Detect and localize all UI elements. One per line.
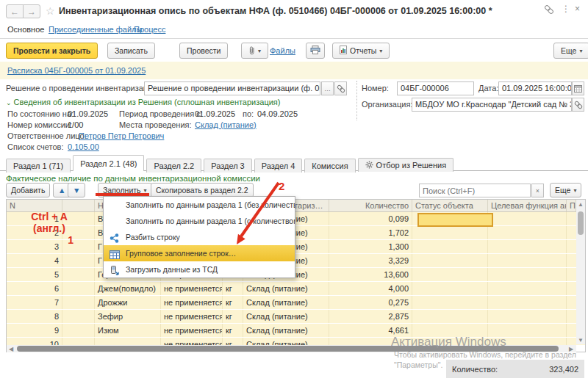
move-down-button[interactable]: ▼ bbox=[68, 183, 85, 197]
menu-item-fill-without-qty[interactable]: Заполнить по данным раздела 1 (без колич… bbox=[104, 197, 295, 213]
table-body: 1Вне применяетсякгСклад (питание)0,099 2… bbox=[7, 212, 585, 345]
accounts-link[interactable]: 0.105.00 bbox=[68, 142, 99, 151]
table-fill-icon bbox=[110, 248, 120, 258]
tab-section-4[interactable]: Раздел 4 bbox=[254, 159, 303, 173]
command-bar: Провести и закрыть Записать Провести ▾ Ф… bbox=[0, 40, 588, 62]
col-header-p: П bbox=[567, 200, 576, 211]
receipt-strip: Расписка 04БГ-000005 от 01.09.2025 bbox=[0, 62, 588, 79]
search-input[interactable] bbox=[419, 184, 531, 197]
decision-label: Решение о проведении инвентаризации: bbox=[6, 84, 159, 92]
menu-item-fill-with-qty[interactable]: Заполнить по данным раздела 1 (с количес… bbox=[104, 213, 295, 229]
forward-button[interactable]: → bbox=[23, 4, 40, 18]
decision-field[interactable]: Решение о проведении инвентаризации (ф. … bbox=[144, 81, 320, 95]
table-row[interactable]: 2Вне применяетсякгСклад (питание)1,702 bbox=[7, 226, 585, 240]
nav-tabs: Основное Присоединенные файлы Процесс bbox=[0, 22, 588, 39]
tab-attached-files[interactable]: Присоединенные файлы bbox=[49, 25, 142, 34]
close-icon[interactable]: × bbox=[575, 4, 580, 14]
table-row[interactable]: 6Джем(повидло)не применяетсякгСклад (пит… bbox=[7, 282, 585, 296]
title-bar: ← → ☆ Инвентаризационная опись по объект… bbox=[0, 0, 588, 22]
location-label: Места проведения: bbox=[119, 120, 192, 129]
details-group-header[interactable]: ⌄ Сведения об инвентаризации из Решения … bbox=[6, 98, 280, 106]
print-button[interactable] bbox=[306, 43, 325, 59]
search-clear-icon[interactable]: × bbox=[531, 184, 544, 197]
number-label: Номер: bbox=[362, 84, 389, 92]
attachments-button[interactable]: ▾ bbox=[241, 43, 268, 59]
table-row[interactable]: 8Зефирне применяетсякгСклад (питание)2,8… bbox=[7, 310, 585, 324]
as-of-label: По состоянию на: bbox=[7, 109, 74, 118]
table-more-button[interactable]: Еще▾ bbox=[550, 183, 581, 197]
menu-item-split-row[interactable]: Разбить строку bbox=[104, 229, 295, 245]
get-link-icon[interactable] bbox=[544, 4, 554, 16]
location-link[interactable]: Склад (питание) bbox=[195, 120, 257, 129]
printer-icon bbox=[310, 46, 320, 56]
table-row[interactable]: 3Гне применяетсякгСклад (питание)1,300 bbox=[7, 240, 585, 254]
decision-open-icon[interactable] bbox=[334, 81, 347, 95]
date-label: Дата: bbox=[478, 84, 498, 92]
form-area: Решение о проведении инвентаризации: Реш… bbox=[0, 79, 588, 153]
menu-item-group-fill-rows[interactable]: Групповое заполнение строк… bbox=[104, 245, 295, 261]
fill-button[interactable]: Заполнить▾ bbox=[98, 183, 152, 197]
reports-button[interactable]: Отчеты ▾ bbox=[332, 43, 390, 59]
organization-label: Организация: bbox=[362, 100, 412, 109]
period-from-value: 01.09.2025 bbox=[195, 109, 235, 118]
selected-cell[interactable] bbox=[417, 213, 493, 227]
scroll-left-icon[interactable]: ◀ bbox=[7, 345, 15, 352]
scroll-up-icon[interactable]: ▲ bbox=[576, 200, 585, 208]
split-row-icon bbox=[110, 232, 120, 242]
date-field[interactable]: 01.09.2025 16:00:00 bbox=[498, 81, 572, 95]
vertical-scrollbar[interactable]: ▲ ▼ bbox=[576, 200, 585, 344]
col-header-object-status: Статус объекта bbox=[412, 200, 488, 211]
col-header-n: N bbox=[7, 200, 62, 211]
organization-field[interactable]: МБДОУ МО г.Краснодар "Детский сад № 314" bbox=[412, 98, 572, 112]
add-row-button[interactable]: Добавить bbox=[6, 183, 50, 197]
table-row[interactable]: 4Гне применяетсякгСклад (питание)3,329 bbox=[7, 254, 585, 268]
windows-activation-hint2: "Параметры". bbox=[394, 360, 442, 369]
copy-to-section-button[interactable]: Скопировать в раздел 2.2 bbox=[151, 183, 254, 197]
tab-commission[interactable]: Комиссия bbox=[304, 159, 355, 173]
person-link[interactable]: Петров Петр Петрович bbox=[79, 131, 164, 140]
form-separator bbox=[356, 81, 357, 120]
table-row[interactable]: 7Дрожжине применяетсякгСклад (питание)0,… bbox=[7, 296, 585, 310]
period-label: Период проведения с: bbox=[119, 109, 203, 118]
tab-section-2-2[interactable]: Раздел 2.2 bbox=[146, 159, 201, 173]
number-field[interactable]: 04БГ-000006 bbox=[397, 81, 474, 95]
organization-open-icon[interactable] bbox=[572, 98, 584, 112]
files-link[interactable]: Файлы bbox=[270, 46, 295, 55]
back-button[interactable]: ← bbox=[6, 4, 24, 18]
commission-label: Номер комиссии: bbox=[7, 120, 72, 129]
tab-process[interactable]: Процесс bbox=[134, 25, 165, 34]
decision-choose-button[interactable]: … bbox=[321, 81, 334, 95]
windows-activation-watermark: Активация Windows bbox=[391, 335, 506, 349]
accounts-label: Список счетов: bbox=[7, 142, 63, 151]
receipt-link[interactable]: Расписка 04БГ-000005 от 01.09.2025 bbox=[7, 66, 146, 75]
favorite-star-icon[interactable]: ☆ bbox=[46, 5, 55, 17]
windows-activation-hint: Чтобы активировать Windows, перейдите в … bbox=[394, 350, 576, 359]
report-icon bbox=[340, 46, 347, 56]
document-window: ← → ☆ Инвентаризационная опись по объект… bbox=[0, 0, 588, 381]
vertical-scroll-thumb[interactable] bbox=[578, 211, 584, 235]
tab-selection-from-decision[interactable]: Отбор из Решения bbox=[358, 158, 454, 172]
more-menu-icon[interactable]: ⋮ bbox=[562, 4, 570, 14]
paperclip-icon bbox=[248, 46, 255, 57]
totals-footer: Количество: 323,402 bbox=[446, 360, 584, 378]
save-button[interactable]: Записать bbox=[107, 43, 155, 59]
menu-item-load-from-tsd[interactable]: Загрузить данные из ТСД bbox=[104, 261, 295, 277]
annotation-step2: 2 bbox=[279, 180, 284, 192]
scroll-down-icon[interactable]: ▼ bbox=[576, 335, 585, 344]
quantity-total-label: Количество: bbox=[452, 365, 498, 374]
tab-section-2-1[interactable]: Раздел 2.1 (48) bbox=[73, 155, 144, 171]
table-row[interactable]: 5Горошек зеленый …не применяетсякгСклад … bbox=[7, 268, 585, 282]
tab-section-3[interactable]: Раздел 3 bbox=[204, 159, 252, 173]
tsd-device-icon bbox=[110, 264, 120, 275]
collapse-chevron-icon: ⌄ bbox=[6, 99, 12, 106]
table-row[interactable]: 1Вне применяетсякгСклад (питание)0,099 bbox=[7, 212, 585, 226]
post-button[interactable]: Провести bbox=[179, 43, 228, 59]
table-header-row: N Номенклатура Место инвентариз… Количес… bbox=[7, 200, 585, 212]
more-button[interactable]: Еще▾ bbox=[553, 43, 588, 59]
section-tabs: Раздел 1 (71)Раздел 2.1 (48)Раздел 2.2Ра… bbox=[0, 155, 588, 171]
as-of-value: 01.09.2025 bbox=[68, 109, 108, 118]
tab-section-1[interactable]: Раздел 1 (71) bbox=[6, 159, 71, 173]
tab-main[interactable]: Основное bbox=[7, 25, 44, 34]
calendar-icon[interactable] bbox=[572, 81, 584, 95]
post-and-close-button[interactable]: Провести и закрыть bbox=[6, 43, 98, 59]
